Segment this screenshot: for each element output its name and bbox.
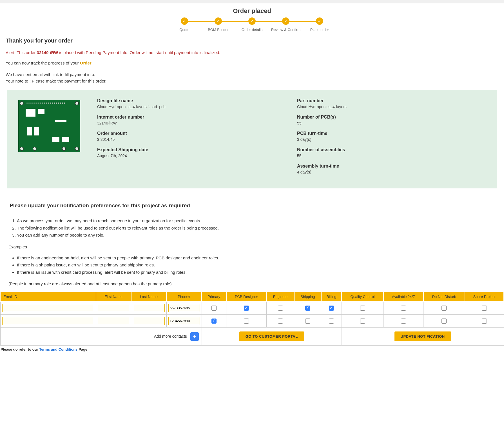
add-contact-button[interactable]: + [190, 332, 199, 341]
assembly-turn-time-label: Assembly turn-time [297, 164, 486, 169]
pcb-preview-image [18, 100, 80, 152]
checkbox[interactable] [244, 319, 249, 324]
terms-line: Please do refer to our Terms and Conditi… [0, 346, 504, 353]
thank-you-heading: Thank you for your order [6, 37, 498, 44]
checkbox[interactable] [360, 319, 365, 324]
col-email: Email ID [0, 292, 96, 301]
track-order-line: You can now track the progress of your O… [6, 61, 498, 65]
col-first-name: First Name [96, 292, 131, 301]
step-label: BOM Builder [208, 28, 229, 32]
col-shipping: Shipping [294, 292, 321, 301]
step-label: Order details [242, 28, 262, 32]
number-of-assemblies-label: Number of assemblies [297, 147, 486, 152]
col-quality-control: Quality Control [342, 292, 383, 301]
step-check-icon: ✓ [181, 17, 188, 25]
col-available-247: Available 24/7 [383, 292, 423, 301]
update-notification-button[interactable]: UPDATE NOTIFICATION [394, 331, 451, 341]
email-input[interactable] [2, 317, 94, 325]
pcb-turn-time-value: 3 day(s) [297, 137, 486, 142]
col-primary: Primary [202, 292, 226, 301]
step-label: Place order [310, 28, 329, 32]
add-more-contacts-label: Add more contacts [154, 334, 187, 338]
checkbox[interactable] [329, 319, 334, 324]
col-do-not-disturb: Do Not Disturb [423, 292, 465, 301]
number-of-pcbs-label: Number of PCB(s) [297, 115, 486, 120]
checkbox[interactable] [401, 319, 406, 324]
checkbox[interactable] [441, 319, 447, 324]
checkbox[interactable] [305, 306, 310, 311]
checkbox[interactable] [482, 306, 487, 311]
notification-preferences-heading: Please update your notification preferen… [10, 202, 498, 209]
last-input[interactable] [133, 304, 164, 312]
alert-order-number: 32140-iRW [37, 50, 58, 55]
number-of-pcbs-value: 55 [297, 121, 486, 125]
checkbox[interactable] [211, 306, 217, 311]
order-link[interactable]: Order [80, 61, 92, 65]
primary-role-note: (People in primary role are always alert… [8, 281, 498, 286]
checkbox[interactable] [441, 306, 447, 311]
col-share-project: Share Project [465, 292, 504, 301]
first-input[interactable] [98, 317, 129, 325]
design-file-name-label: Design file name [97, 98, 286, 103]
page-title: Order placed [0, 7, 504, 15]
checkbox[interactable] [211, 319, 217, 324]
last-input[interactable] [133, 317, 164, 325]
pcb-turn-time-label: PCB turn-time [297, 131, 486, 136]
phone-input[interactable] [168, 317, 200, 325]
col-billing: Billing [321, 292, 342, 301]
notification-table: Email ID First Name Last Name Phone# Pri… [0, 292, 504, 346]
email-info: We have sent email with link to fill pay… [6, 72, 498, 84]
table-row [0, 315, 504, 328]
phone-input[interactable] [168, 304, 200, 312]
payment-alert: Alert: This order 32140-iRW is placed wi… [6, 50, 498, 55]
checkbox[interactable] [329, 306, 334, 311]
step-check-icon: ✓ [316, 17, 323, 25]
step-label: Quote [179, 28, 189, 32]
first-input[interactable] [98, 304, 129, 312]
internet-order-number-label: Internet order number [97, 115, 286, 120]
notification-info-list: As we process your order, we may need to… [17, 217, 498, 239]
assembly-turn-time-value: 4 day(s) [297, 170, 486, 174]
part-number-label: Part number [297, 98, 486, 103]
part-number-value: Cloud Hydroponics_4-layers [297, 104, 486, 109]
checkbox[interactable] [482, 319, 487, 324]
progress-stepper: ✓Quote ✓BOM Builder ✓Order details ✓Revi… [0, 17, 504, 32]
internet-order-number-value: 32140-iRW [97, 121, 286, 125]
go-to-customer-portal-button[interactable]: GO TO CUSTOMER PORTAL [239, 331, 304, 341]
col-engineer: Engineer [267, 292, 294, 301]
col-last-name: Last Name [131, 292, 166, 301]
number-of-assemblies-value: 55 [297, 153, 486, 158]
order-amount-label: Order amount [97, 131, 286, 136]
expected-shipping-value: August 7th, 2024 [97, 153, 286, 158]
design-file-name-value: Cloud Hydroponics_4-layers.kicad_pcb [97, 104, 286, 109]
top-bar [0, 0, 504, 3]
table-row [0, 301, 504, 315]
col-phone: Phone# [166, 292, 202, 301]
step-check-icon: ✓ [215, 17, 222, 25]
order-amount-value: $ 3014.45 [97, 137, 286, 142]
order-summary-card: Design file nameCloud Hydroponics_4-laye… [7, 90, 497, 188]
step-check-icon: ✓ [282, 17, 289, 25]
checkbox[interactable] [278, 306, 283, 311]
checkbox[interactable] [360, 306, 365, 311]
checkbox[interactable] [305, 319, 310, 324]
expected-shipping-label: Expected Shipping date [97, 147, 286, 152]
col-pcb-designer: PCB Designer [226, 292, 267, 301]
email-input[interactable] [2, 304, 94, 312]
examples-list: If there is an engineering on-hold, aler… [17, 254, 498, 276]
checkbox[interactable] [244, 306, 249, 311]
checkbox[interactable] [401, 306, 406, 311]
step-check-icon: ✓ [248, 17, 256, 25]
checkbox[interactable] [278, 319, 283, 324]
examples-label: Examples [8, 244, 498, 249]
step-label: Review & Confirm [271, 28, 300, 32]
terms-and-conditions-link[interactable]: Terms and Conditions [39, 347, 77, 351]
